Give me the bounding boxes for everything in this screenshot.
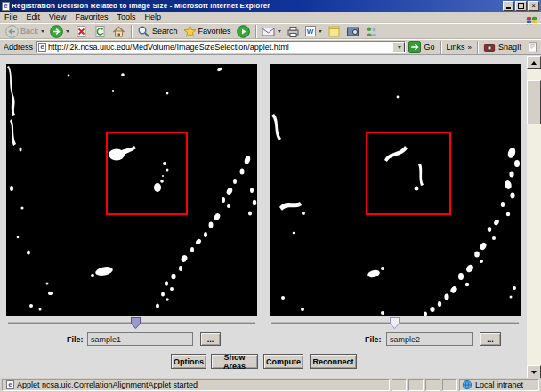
go-label: Go [424,43,434,52]
home-button[interactable] [109,24,128,38]
links-label: Links [447,43,465,52]
ie-icon: e [2,2,10,11]
forward-button[interactable] [47,24,72,38]
back-button[interactable]: Back [3,24,47,38]
note-icon [327,25,341,38]
search-icon [137,25,150,38]
slider-thumb-right[interactable] [390,317,400,329]
snagit-icon [483,42,496,53]
menu-favorites[interactable]: Favorites [70,12,112,21]
menu-file[interactable]: File [0,12,22,21]
home-icon [112,25,125,38]
compute-button[interactable]: Compute [263,354,303,369]
image-panel-left[interactable] [6,64,257,316]
discuss-button[interactable] [325,24,343,38]
print-button[interactable] [284,24,303,38]
edit-dropdown-icon[interactable] [319,30,322,33]
file-field-right-wrap [386,332,473,346]
forward-icon [50,25,63,38]
slider-thumb-right-face [391,318,399,328]
show-areas-button[interactable]: Show Areas [211,354,258,369]
applet-page-icon: e [6,380,14,389]
ie-icon: e [38,43,46,52]
status-bar: e Applet ncsa.uic.CorrelationAlignmentAp… [0,378,541,392]
search-button[interactable]: Search [134,24,181,38]
menu-view[interactable]: View [44,12,70,21]
scroll-down-button[interactable] [527,365,541,379]
screen-capture-icon [346,25,359,38]
mail-icon [262,25,275,38]
browse-button-right[interactable]: ... [480,332,501,346]
ie-icon-glyph: e [8,381,12,388]
toolbar-separator [440,41,441,54]
chevron-down-icon [398,46,401,49]
back-dropdown-icon[interactable] [41,30,44,33]
menu-edit[interactable]: Edit [22,12,45,21]
ie-icon-glyph: e [40,44,44,51]
file-input-right[interactable] [387,335,472,344]
restore-icon [518,3,524,9]
options-button[interactable]: Options [171,354,206,369]
snagit-editor-button[interactable] [524,41,541,53]
status-message-pane: e Applet ncsa.uic.CorrelationAlignmentAp… [2,379,390,391]
forward-dropdown-icon[interactable] [66,30,69,33]
word-icon: W [305,26,316,36]
stop-icon [75,25,88,38]
stop-button[interactable] [72,24,91,38]
media-icon [237,25,250,38]
reconnect-button[interactable]: Reconnect [310,354,357,369]
window-controls: × [503,1,539,11]
media-button[interactable] [234,24,253,38]
favorites-label: Favorites [198,27,231,36]
capture-button[interactable] [343,24,362,38]
status-pane [425,379,440,391]
favorites-icon [183,25,197,38]
edit-with-word-button[interactable]: W [303,24,325,38]
vertical-scrollbar[interactable] [527,56,541,379]
file-field-left-wrap [87,332,193,346]
mail-button[interactable] [259,24,284,38]
address-dropdown-button[interactable] [392,42,405,52]
snagit-button[interactable]: SnagIt [480,42,524,53]
applet-area: File: ... File: ... Options Show Areas C… [0,54,541,378]
back-label: Back [20,27,38,36]
status-pane [442,379,457,391]
title-bar: e Registration Decision Related to Image… [0,0,541,12]
address-input[interactable] [48,42,392,52]
file-input-left[interactable] [88,335,192,344]
search-label: Search [152,27,178,36]
page-edit-icon [527,41,538,53]
medical-image-left [6,64,257,316]
menu-help[interactable]: Help [140,12,166,21]
browse-button-left[interactable]: ... [200,332,221,346]
menu-bar: File Edit View Favorites Tools Help [0,12,541,23]
status-pane [408,379,424,391]
mail-dropdown-icon[interactable] [278,30,281,33]
minimize-button[interactable] [503,1,514,11]
toolbar-separator [131,25,132,38]
window-title: Registration Decision Related to Image S… [12,2,270,10]
address-label: Address [4,43,33,52]
security-zone-pane: Local intranet [459,379,539,391]
links-button[interactable]: Links » [444,43,474,52]
links-overflow-icon[interactable]: » [468,44,472,52]
favorites-button[interactable]: Favorites [181,24,234,38]
snagit-label: SnagIt [498,43,521,52]
file-label-left: File: [67,335,84,344]
address-field[interactable]: e [36,41,406,53]
scrollbar-thumb[interactable] [527,80,541,124]
slider-thumb-left[interactable] [131,317,141,329]
messenger-button[interactable] [362,24,381,38]
image-panel-right[interactable] [270,64,521,316]
menu-tools[interactable]: Tools [112,12,140,21]
minimize-icon [506,7,511,9]
security-zone-label: Local intranet [475,380,523,389]
slider-thumb-left-face [132,318,140,328]
go-button[interactable]: Go [406,41,437,53]
close-button[interactable]: × [528,1,539,11]
status-message: Applet ncsa.uic.CorrelationAlignmentAppl… [17,380,198,389]
scroll-up-button[interactable] [527,56,541,69]
refresh-button[interactable] [91,24,109,38]
arrow-up-icon [531,61,537,65]
restore-button[interactable] [515,1,527,11]
